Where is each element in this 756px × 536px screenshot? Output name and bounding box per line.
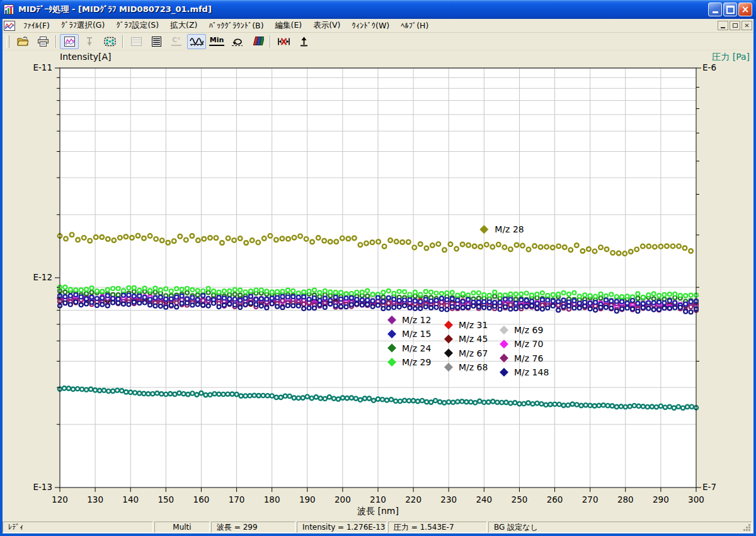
minimize-button[interactable] <box>708 3 722 16</box>
status-wavelength: 波長 = 299 <box>211 522 295 533</box>
x-tick-label: 250 <box>512 494 528 505</box>
export-button[interactable] <box>294 34 313 49</box>
print-button[interactable] <box>33 34 52 49</box>
frame-toggle <box>127 34 146 49</box>
temperature-scale-toggle: C° <box>167 34 186 49</box>
x-tick-label: 170 <box>229 494 245 505</box>
x-tick-label: 220 <box>405 494 421 505</box>
x-tick-label: 140 <box>122 494 139 505</box>
data-list-icon <box>151 37 163 47</box>
toolbar-separator <box>122 35 123 48</box>
chart-client-area: E-11E-12E-13E-6E-71201301401501601701801… <box>3 50 753 521</box>
x-tick-label: 120 <box>52 494 68 505</box>
minimize-icon <box>713 11 718 13</box>
y-left-tick-label: E-12 <box>33 272 52 282</box>
status-bg-setting: BG 設定なし <box>488 522 752 533</box>
svg-text:M/z 45: M/z 45 <box>459 334 488 344</box>
x-tick-label: 200 <box>335 494 351 505</box>
y-right-axis-title: 圧力 [Pa] <box>712 52 750 62</box>
y-right-tick-label: E-7 <box>702 482 716 492</box>
menu-zoom[interactable]: 拡大(Z) <box>164 19 203 32</box>
x-tick-label: 280 <box>617 494 634 505</box>
x-tick-label: 150 <box>158 494 174 505</box>
min-scale-toggle[interactable]: Min <box>207 34 226 49</box>
app-window: MIDﾃﾞｰﾀ処理 - [MIDｸﾞﾗﾌ MID080723_01.mfd] ×… <box>0 0 756 536</box>
svg-text:M/z 24: M/z 24 <box>402 343 432 353</box>
menu-graph-settings[interactable]: ｸﾞﾗﾌ設定(S) <box>110 19 164 32</box>
min-scale-icon: Min <box>209 37 225 45</box>
menu-graph-select[interactable]: ｸﾞﾗﾌ選択(G) <box>55 19 110 32</box>
printer-icon <box>37 37 49 47</box>
x-tick-label: 130 <box>87 494 103 505</box>
mid-chart[interactable]: E-11E-12E-13E-6E-71201301401501601701801… <box>3 50 753 521</box>
menu-edit[interactable]: 編集(E) <box>270 19 308 32</box>
status-intensity: Intensity = 1.276E-13 <box>297 522 387 533</box>
child-minimize-icon <box>721 27 725 28</box>
data-list-toggle[interactable] <box>147 34 166 49</box>
resize-grip[interactable] <box>748 529 750 531</box>
x-tick-label: 190 <box>299 494 316 505</box>
toolbar: C° Min <box>3 33 753 50</box>
open-button[interactable] <box>13 34 32 49</box>
status-bar: ﾚﾃﾞｨ Multi 波長 = 299 Intensity = 1.276E-1… <box>3 521 753 533</box>
clear-scale-button[interactable] <box>274 34 293 49</box>
graph-icon <box>64 37 76 47</box>
status-mode: Multi <box>154 522 210 533</box>
menu-view[interactable]: 表示(V) <box>307 19 346 32</box>
svg-text:M/z 69: M/z 69 <box>514 325 543 335</box>
close-button[interactable]: × <box>738 3 752 16</box>
svg-text:M/z 28: M/z 28 <box>495 224 524 234</box>
menu-window[interactable]: ｳｨﾝﾄﾞｳ(W) <box>346 20 396 31</box>
svg-text:M/z 12: M/z 12 <box>402 315 431 325</box>
maximize-button[interactable] <box>723 3 737 16</box>
x-tick-label: 260 <box>547 494 563 505</box>
y-left-tick-label: E-11 <box>33 62 52 72</box>
x-axis-title: 波長 [nm] <box>357 506 399 516</box>
up-arrow-icon <box>299 37 309 47</box>
child-restore-button[interactable] <box>730 21 740 30</box>
graph-display-toggle[interactable] <box>60 34 79 49</box>
x-tick-label: 230 <box>440 494 457 505</box>
fit-view-button[interactable] <box>100 34 119 49</box>
fit-view-icon <box>103 37 117 47</box>
svg-text:M/z 148: M/z 148 <box>514 367 549 377</box>
child-restore-icon <box>733 23 738 28</box>
child-minimize-button[interactable] <box>718 21 728 30</box>
redraw-loop-icon <box>231 36 244 47</box>
background-data-button[interactable] <box>248 34 266 49</box>
toolbar-grip[interactable] <box>6 35 9 48</box>
svg-text:M/z 67: M/z 67 <box>459 348 488 358</box>
svg-text:M/z 70: M/z 70 <box>514 339 543 349</box>
document-graph-icon[interactable] <box>4 21 15 31</box>
svg-text:M/z 68: M/z 68 <box>459 362 488 372</box>
menu-background[interactable]: ﾊﾞｯｸｸﾞﾗｳﾝﾄﾞ(B) <box>203 20 269 31</box>
title-bar[interactable]: MIDﾃﾞｰﾀ処理 - [MIDｸﾞﾗﾌ MID080723_01.mfd] × <box>0 0 756 19</box>
toolbar-separator <box>270 35 271 48</box>
x-tick-label: 270 <box>582 494 598 505</box>
y-left-tick-label: E-13 <box>33 482 52 492</box>
x-tick-label: 180 <box>264 494 280 505</box>
app-icon <box>4 4 14 14</box>
menu-help[interactable]: ﾍﾙﾌﾟ(H) <box>395 20 434 31</box>
svg-text:M/z 29: M/z 29 <box>402 357 431 367</box>
y-right-tick-label: E-6 <box>702 62 716 72</box>
clear-scale-icon <box>277 37 290 47</box>
redraw-button[interactable] <box>227 34 246 49</box>
child-close-button[interactable]: ✕ <box>742 21 752 30</box>
frame-icon <box>130 37 142 47</box>
maximize-icon <box>726 6 735 14</box>
x-tick-label: 210 <box>370 494 386 505</box>
wave-scale-toggle[interactable] <box>187 34 206 49</box>
status-pressure: 圧力 = 1.543E-7 <box>388 522 487 533</box>
toolbar-separator <box>55 35 57 48</box>
menu-file[interactable]: ﾌｧｲﾙ(F) <box>18 20 55 31</box>
menu-bar: ﾌｧｲﾙ(F) ｸﾞﾗﾌ選択(G) ｸﾞﾗﾌ設定(S) 拡大(Z) ﾊﾞｯｸｸﾞ… <box>3 19 753 33</box>
open-folder-icon <box>17 37 29 47</box>
y-left-axis-title: Intensity[A] <box>60 52 111 62</box>
x-tick-label: 160 <box>193 494 210 505</box>
marker-drop-button <box>80 34 99 49</box>
close-icon: × <box>742 5 750 14</box>
svg-text:M/z 15: M/z 15 <box>402 329 431 339</box>
wave-icon <box>190 36 204 47</box>
background-layers-icon <box>251 36 264 47</box>
